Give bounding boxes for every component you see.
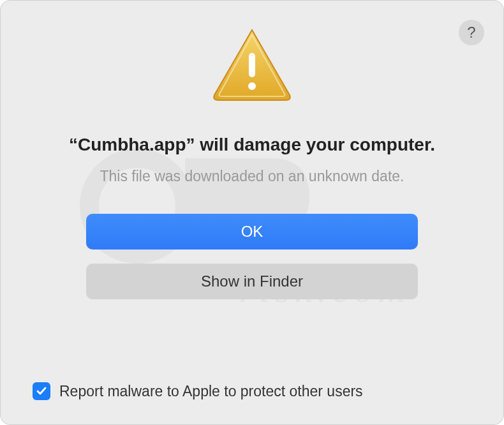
show-in-finder-button[interactable]: Show in Finder bbox=[86, 264, 418, 299]
dialog-title: “Cumbha.app” will damage your computer. bbox=[69, 135, 435, 155]
malware-warning-dialog: ? risk.com “Cumbha.app” will damage your… bbox=[0, 0, 504, 425]
dialog-subtitle: This file was downloaded on an unknown d… bbox=[100, 168, 404, 185]
warning-icon bbox=[211, 26, 293, 103]
report-malware-row: Report malware to Apple to protect other… bbox=[33, 382, 363, 400]
svg-point-3 bbox=[248, 82, 256, 90]
report-malware-checkbox[interactable] bbox=[33, 382, 50, 400]
report-malware-label: Report malware to Apple to protect other… bbox=[59, 383, 363, 400]
checkmark-icon bbox=[36, 385, 47, 397]
ok-button[interactable]: OK bbox=[86, 214, 418, 250]
svg-rect-2 bbox=[249, 53, 255, 77]
